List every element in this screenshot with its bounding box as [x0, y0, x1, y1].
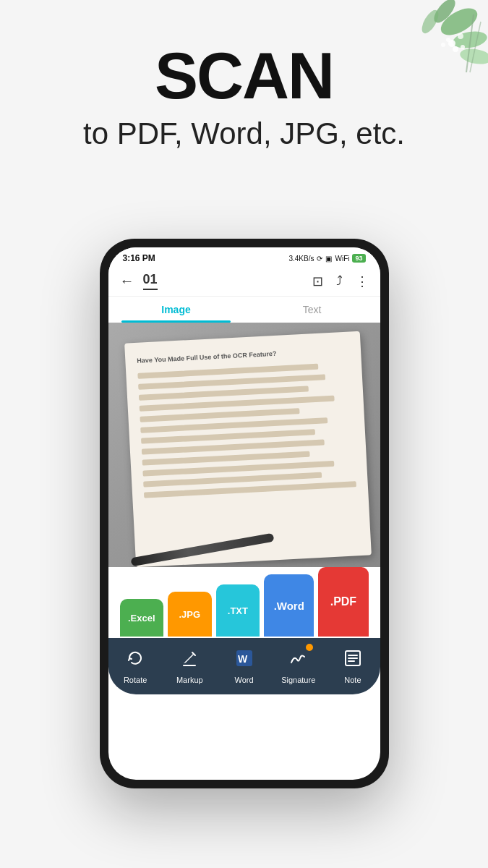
rotate-label: Rotate: [124, 676, 147, 684]
network-speed: 3.4KB/s: [288, 255, 314, 263]
badge-pdf[interactable]: .PDF: [318, 567, 368, 637]
markup-label: Markup: [176, 676, 203, 684]
svg-text:W: W: [238, 653, 248, 665]
badge-txt[interactable]: .TXT: [216, 584, 260, 637]
hero-subtitle: to PDF, Word, JPG, etc.: [0, 116, 488, 152]
note-icon: [340, 645, 366, 671]
more-icon[interactable]: ⋮: [356, 273, 369, 289]
share-icon[interactable]: ⤴: [336, 273, 343, 289]
app-header: ← 01 ⊡ ⤴ ⋮: [108, 266, 380, 297]
bottom-toolbar: Rotate Markup: [108, 638, 380, 694]
signature-label: Signature: [281, 676, 315, 684]
markup-icon: [176, 645, 202, 671]
wifi-icon: WiFi: [335, 255, 349, 263]
sync-icon: ⟳: [317, 255, 322, 263]
note-label: Note: [344, 676, 361, 684]
badge-word[interactable]: .Word: [264, 574, 314, 637]
status-bar: 3:16 PM 3.4KB/s ⟳ ▣ WiFi 93: [108, 247, 380, 266]
word-label: Word: [234, 676, 253, 684]
tab-image[interactable]: Image: [108, 297, 244, 323]
tab-bar: Image Text: [108, 297, 380, 323]
tool-signature[interactable]: Signature: [271, 645, 325, 684]
signature-badge-dot: [306, 644, 313, 651]
status-time: 3:16 PM: [123, 253, 155, 263]
badge-jpg[interactable]: .JPG: [168, 592, 212, 637]
tool-rotate[interactable]: Rotate: [108, 645, 163, 684]
rotate-icon: [122, 645, 148, 671]
format-badges: .Excel .JPG .TXT .Word .PDF: [108, 567, 380, 637]
tool-word[interactable]: W Word: [217, 645, 271, 684]
hero-section: SCAN to PDF, Word, JPG, etc.: [0, 0, 488, 152]
header-right: ⊡ ⤴ ⋮: [312, 273, 369, 289]
photo-icon: ▣: [325, 255, 332, 263]
document-image-area: Have You Made Full Use of the OCR Featur…: [108, 323, 380, 569]
signature-icon: [286, 645, 312, 671]
doc-title: 01: [143, 272, 158, 290]
phone-inner: 3:16 PM 3.4KB/s ⟳ ▣ WiFi 93 ← 01 ⊡ ⤴: [108, 247, 380, 780]
back-button[interactable]: ←: [120, 273, 134, 289]
crop-icon[interactable]: ⊡: [312, 273, 323, 289]
document-paper: Have You Made Full Use of the OCR Featur…: [124, 331, 372, 568]
word-icon: W: [231, 645, 257, 671]
doc-background: Have You Made Full Use of the OCR Featur…: [108, 323, 380, 569]
status-icons: 3.4KB/s ⟳ ▣ WiFi 93: [288, 254, 365, 263]
tool-markup[interactable]: Markup: [163, 645, 217, 684]
badge-excel[interactable]: .Excel: [120, 599, 164, 637]
phone-mockup: 3:16 PM 3.4KB/s ⟳ ▣ WiFi 93 ← 01 ⊡ ⤴: [100, 239, 389, 788]
doc-heading: Have You Made Full Use of the OCR Featur…: [137, 346, 349, 365]
hero-title: SCAN: [0, 43, 488, 109]
tab-text[interactable]: Text: [244, 297, 380, 323]
tool-note[interactable]: Note: [325, 645, 380, 684]
phone-outer: 3:16 PM 3.4KB/s ⟳ ▣ WiFi 93 ← 01 ⊡ ⤴: [100, 239, 389, 788]
header-left: ← 01: [120, 272, 158, 290]
battery-indicator: 93: [352, 254, 365, 263]
